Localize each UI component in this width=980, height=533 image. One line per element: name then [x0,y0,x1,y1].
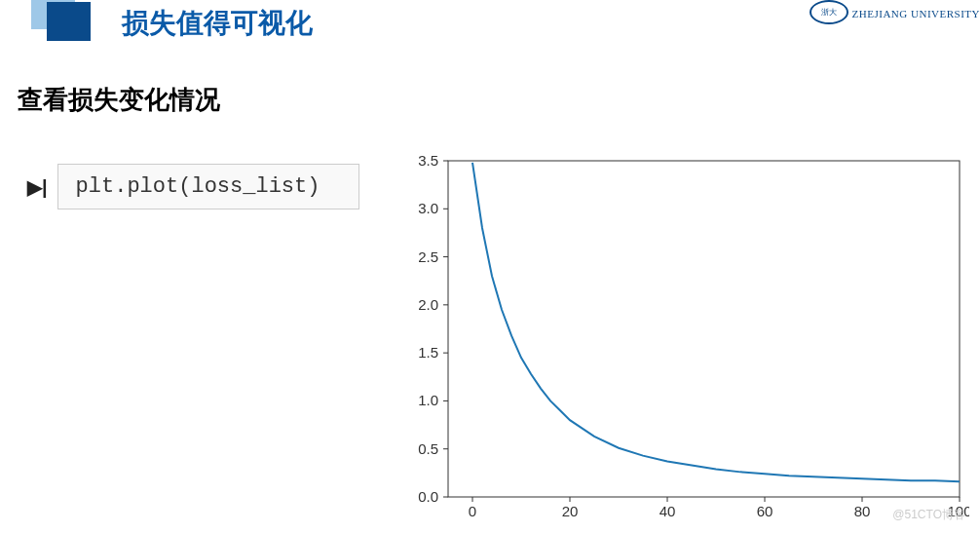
svg-text:1.5: 1.5 [418,344,438,361]
svg-text:2.0: 2.0 [418,296,438,313]
watermark: @51CTO博客 [892,507,965,523]
svg-rect-0 [448,161,960,497]
svg-text:0: 0 [469,503,476,519]
svg-text:20: 20 [562,503,579,519]
svg-text:2.5: 2.5 [418,248,438,265]
svg-text:1.0: 1.0 [418,392,438,408]
university-name: ZHEJIANG UNIVERSITY [852,8,980,19]
svg-text:40: 40 [660,503,676,519]
page-title: 损失值得可视化 [122,5,313,42]
svg-text:3.0: 3.0 [418,200,438,216]
svg-text:3.5: 3.5 [418,152,438,169]
section-subtitle: 查看损失变化情况 [18,83,220,117]
svg-text:80: 80 [854,503,871,519]
svg-text:0.5: 0.5 [418,440,438,457]
code-cell[interactable]: plt.plot(loss_list) [57,164,359,209]
loss-chart: 0.00.51.01.52.02.53.03.5020406080100 [395,151,969,526]
code-cell-row: ▶| plt.plot(loss_list) [27,164,359,209]
run-cell-icon[interactable]: ▶| [27,175,48,199]
university-logo: 浙大 [810,0,848,24]
code-content: plt.plot(loss_list) [76,174,320,199]
svg-text:60: 60 [757,503,773,519]
svg-text:0.0: 0.0 [418,488,438,505]
